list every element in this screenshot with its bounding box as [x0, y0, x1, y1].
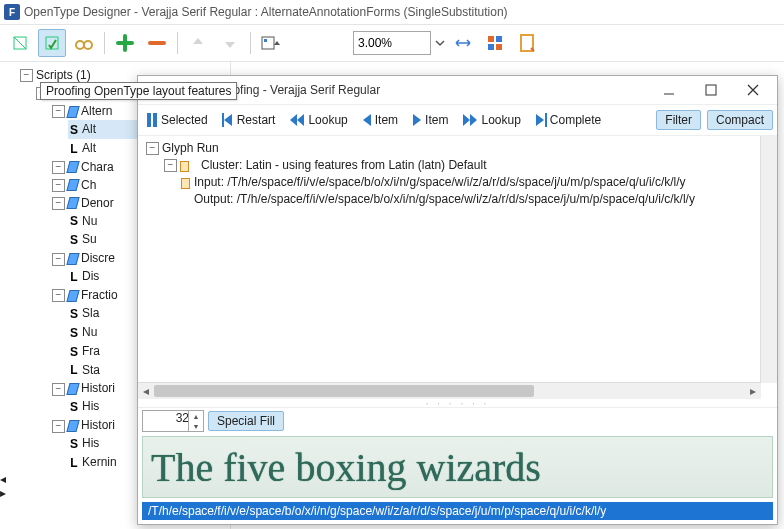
svg-rect-8: [488, 44, 494, 50]
lookup-type-icon: S: [68, 398, 80, 416]
minimize-button[interactable]: [651, 78, 687, 102]
item-next-button[interactable]: Item: [408, 111, 452, 129]
svg-rect-7: [496, 36, 502, 42]
input-sequence: /T/h/e/space/f/i/v/e/space/b/o/x/i/n/g/s…: [227, 175, 685, 189]
filter-toggle[interactable]: Filter: [656, 110, 701, 130]
app-icon: F: [4, 4, 20, 20]
arrow-down-icon[interactable]: [216, 29, 244, 57]
lookup-type-icon: S: [68, 212, 80, 230]
feature-icon: [66, 179, 79, 191]
preview-text: The five boxing wizards: [151, 444, 541, 491]
svg-rect-14: [222, 113, 224, 127]
size-stepper[interactable]: 32▲▼: [142, 410, 204, 432]
glyph-run-label: Glyph Run: [162, 141, 219, 155]
main-toolbar: [0, 25, 784, 62]
glyph-run-panel: −Glyph Run −Cluster: Latin - using featu…: [138, 136, 777, 399]
special-fill-button[interactable]: Special Fill: [208, 411, 284, 431]
cluster-label: Cluster: Latin - using features from Lat…: [201, 158, 486, 172]
add-button[interactable]: [111, 29, 139, 57]
feature-icon: [66, 290, 79, 302]
svg-rect-9: [496, 44, 502, 50]
maximize-button[interactable]: [693, 78, 729, 102]
tool-btn-2[interactable]: [38, 29, 66, 57]
lookup-type-icon: S: [68, 343, 80, 361]
compact-toggle[interactable]: Compact: [707, 110, 773, 130]
complete-button[interactable]: Complete: [531, 111, 605, 129]
lookup-type-icon: L: [68, 268, 80, 286]
zoom-dropdown-icon[interactable]: [435, 35, 445, 51]
proofing-window: yout Feature Proofing - Verajja Serif Re…: [137, 75, 778, 525]
lookup-type-icon: L: [68, 454, 80, 472]
item-prev-button[interactable]: Item: [358, 111, 402, 129]
svg-point-2: [76, 41, 84, 49]
proofing-toolbar: Selected Restart Lookup Item Item Lookup…: [138, 104, 777, 136]
arrow-up-icon[interactable]: [184, 29, 212, 57]
page-icon[interactable]: [513, 29, 541, 57]
feature-icon: [66, 106, 79, 118]
feature-icon: [66, 383, 79, 395]
feature-icon: [66, 161, 79, 173]
lookup-type-icon: L: [68, 361, 80, 379]
restart-button[interactable]: Restart: [218, 111, 280, 129]
splitter[interactable]: · · · · · ·: [138, 399, 777, 407]
lookup-type-icon: S: [68, 435, 80, 453]
zoom-select[interactable]: [353, 31, 431, 55]
svg-rect-5: [264, 39, 267, 42]
svg-rect-11: [706, 85, 716, 95]
lookup-type-icon: S: [68, 324, 80, 342]
lookup-type-icon: L: [68, 140, 80, 158]
binoculars-icon[interactable]: [70, 29, 98, 57]
sequence-input[interactable]: /T/h/e/space/f/i/v/e/space/b/o/x/i/n/g/s…: [142, 502, 773, 520]
svg-rect-15: [545, 113, 547, 127]
svg-point-3: [84, 41, 92, 49]
fit-width-icon[interactable]: [449, 29, 477, 57]
cluster-icon: [180, 161, 198, 171]
pause-button[interactable]: Selected: [142, 111, 212, 129]
svg-rect-12: [147, 113, 151, 127]
lookup-type-icon: S: [68, 231, 80, 249]
lookup-type-icon: S: [68, 305, 80, 323]
svg-rect-4: [262, 37, 274, 49]
body-scrollbar-v[interactable]: [760, 136, 777, 383]
lookup-type-icon: S: [68, 121, 80, 139]
output-sequence: /T/h/e/space/f/i/v/e/space/b/o/x/i/n/g/s…: [237, 192, 695, 206]
options-dropdown[interactable]: [257, 29, 285, 57]
tooltip: Proofing OpenType layout features: [40, 82, 237, 100]
lookup-prev-button[interactable]: Lookup: [285, 111, 351, 129]
feature-icon: [66, 420, 79, 432]
remove-button[interactable]: [143, 29, 171, 57]
collapse-icon[interactable]: −: [20, 69, 33, 82]
fill-row: 32▲▼ Special Fill: [138, 407, 777, 434]
tool-btn-1[interactable]: [6, 29, 34, 57]
body-scrollbar-h[interactable]: ◂▸: [138, 382, 761, 399]
app-title: OpenType Designer - Verajja Serif Regula…: [24, 5, 508, 19]
feature-icon: [66, 253, 79, 265]
main-titlebar: F OpenType Designer - Verajja Serif Regu…: [0, 0, 784, 25]
step-down-icon[interactable]: ▼: [189, 421, 203, 431]
svg-rect-6: [488, 36, 494, 42]
lookup-next-button[interactable]: Lookup: [458, 111, 524, 129]
preview-area: The five boxing wizards: [142, 436, 773, 498]
close-button[interactable]: [735, 78, 771, 102]
step-up-icon[interactable]: ▲: [189, 411, 203, 421]
svg-rect-13: [153, 113, 157, 127]
feature-icon: [66, 197, 79, 209]
grid-icon[interactable]: [481, 29, 509, 57]
